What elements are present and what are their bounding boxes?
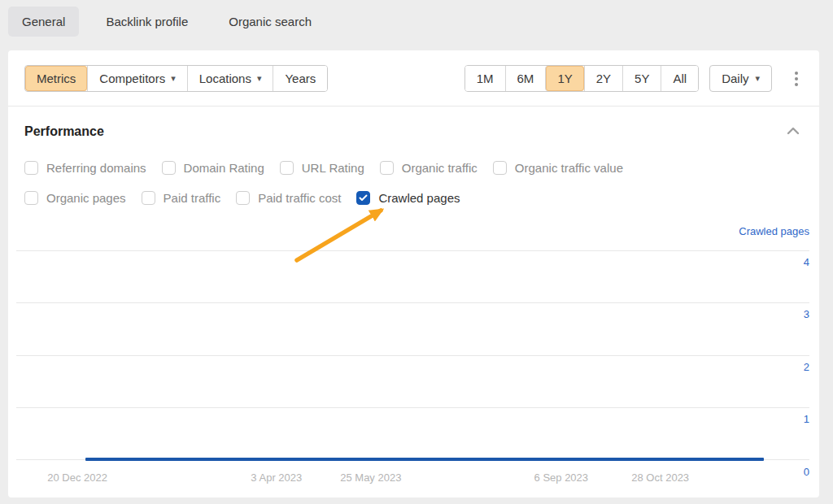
- granularity-label: Daily: [722, 72, 748, 85]
- x-tick-label: 28 Oct 2023: [631, 471, 689, 484]
- x-tick-label: 25 May 2023: [340, 471, 401, 484]
- y-tick-label: 2: [804, 361, 809, 373]
- chevron-up-icon[interactable]: [783, 122, 803, 141]
- checkbox-label: Paid traffic: [164, 191, 221, 205]
- checkbox-label: URL Rating: [302, 161, 364, 175]
- checkbox-icon: [493, 161, 507, 175]
- checkbox-referring-domains[interactable]: Referring domains: [24, 161, 146, 175]
- caret-down-icon: ▾: [755, 74, 760, 83]
- checkbox-icon: [142, 191, 155, 205]
- range-5y-button[interactable]: 5Y: [622, 66, 661, 91]
- check-icon: [356, 191, 370, 205]
- toolbar-right: 1M 6M 1Y 2Y 5Y All Daily ▾: [464, 65, 803, 92]
- tab-backlink-profile[interactable]: Backlink profile: [92, 7, 202, 37]
- checkbox-paid-traffic-cost[interactable]: Paid traffic cost: [236, 191, 341, 205]
- metrics-button-label: Metrics: [37, 72, 76, 85]
- x-tick-label: 20 Dec 2022: [47, 471, 107, 484]
- range-all-button[interactable]: All: [661, 66, 698, 91]
- checkbox-icon: [380, 161, 394, 175]
- checkbox-paid-traffic[interactable]: Paid traffic: [142, 191, 221, 205]
- x-tick-label: 6 Sep 2023: [534, 471, 589, 484]
- locations-button-label: Locations: [199, 72, 251, 85]
- y-tick-label: 1: [804, 413, 809, 425]
- crawled-pages-chart: Crawled pages 4 3 2 1 0 20 Dec 2022 3 Ap…: [16, 217, 809, 493]
- checkbox-label: Organic traffic value: [515, 161, 623, 175]
- checkbox-domain-rating[interactable]: Domain Rating: [162, 161, 264, 175]
- page: { "tabs": [ {"label": "General", "active…: [0, 0, 833, 504]
- range-1y-button[interactable]: 1Y: [545, 66, 583, 91]
- crawled-pages-series-line: [85, 458, 764, 461]
- caret-down-icon: ▾: [171, 74, 176, 83]
- overview-card: Metrics Competitors ▾ Locations ▾ Years …: [8, 50, 819, 497]
- toolbar: Metrics Competitors ▾ Locations ▾ Years …: [24, 65, 803, 92]
- checkbox-icon: [280, 161, 294, 175]
- top-tab-bar: General Backlink profile Organic search: [8, 7, 325, 37]
- tab-organic-search[interactable]: Organic search: [215, 7, 325, 37]
- checkbox-label: Crawled pages: [378, 191, 460, 205]
- gridline: [16, 250, 809, 251]
- checkbox-label: Paid traffic cost: [258, 191, 341, 205]
- checkbox-icon: [24, 161, 38, 175]
- locations-button[interactable]: Locations ▾: [187, 66, 273, 91]
- gridline: [16, 407, 809, 408]
- competitors-button[interactable]: Competitors ▾: [87, 66, 186, 91]
- y-tick-label: 4: [804, 256, 809, 268]
- checkbox-label: Domain Rating: [184, 161, 264, 175]
- competitors-button-label: Competitors: [99, 72, 165, 85]
- checkbox-url-rating[interactable]: URL Rating: [280, 161, 364, 175]
- granularity-dropdown[interactable]: Daily ▾: [709, 65, 772, 92]
- checkbox-label: Organic traffic: [402, 161, 478, 175]
- range-6m-button[interactable]: 6M: [505, 66, 546, 91]
- divider: [8, 106, 819, 106]
- checkbox-organic-traffic[interactable]: Organic traffic: [380, 161, 478, 175]
- checkbox-icon: [236, 191, 250, 205]
- years-button-label: Years: [285, 72, 316, 85]
- checkbox-organic-traffic-value[interactable]: Organic traffic value: [493, 161, 623, 175]
- checkbox-label: Organic pages: [46, 191, 126, 205]
- range-1m-button[interactable]: 1M: [465, 66, 505, 91]
- checkbox-crawled-pages[interactable]: Crawled pages: [356, 191, 460, 205]
- metric-checkbox-row-1: Referring domains Domain Rating URL Rati…: [24, 161, 623, 175]
- checkbox-label: Referring domains: [46, 161, 146, 175]
- caret-down-icon: ▾: [257, 74, 262, 83]
- metric-checkbox-row-2: Organic pages Paid traffic Paid traffic …: [24, 191, 460, 205]
- y-tick-label: 3: [804, 308, 809, 320]
- tab-general[interactable]: General: [8, 7, 79, 37]
- time-range-group: 1M 6M 1Y 2Y 5Y All: [464, 65, 699, 92]
- checkbox-organic-pages[interactable]: Organic pages: [24, 191, 126, 205]
- gridline: [16, 355, 809, 356]
- y-tick-label: 0: [804, 466, 809, 478]
- checkbox-icon: [162, 161, 176, 175]
- kebab-menu-icon[interactable]: [790, 67, 803, 91]
- range-2y-button[interactable]: 2Y: [584, 66, 622, 91]
- filter-button-group: Metrics Competitors ▾ Locations ▾ Years: [24, 65, 328, 92]
- metrics-button[interactable]: Metrics: [25, 66, 87, 91]
- performance-header: Performance: [24, 122, 803, 141]
- gridline: [16, 302, 809, 303]
- x-tick-label: 3 Apr 2023: [251, 471, 302, 484]
- years-button[interactable]: Years: [273, 66, 327, 91]
- checkbox-icon: [24, 191, 38, 205]
- chart-legend: Crawled pages: [739, 225, 809, 237]
- section-title: Performance: [24, 124, 104, 139]
